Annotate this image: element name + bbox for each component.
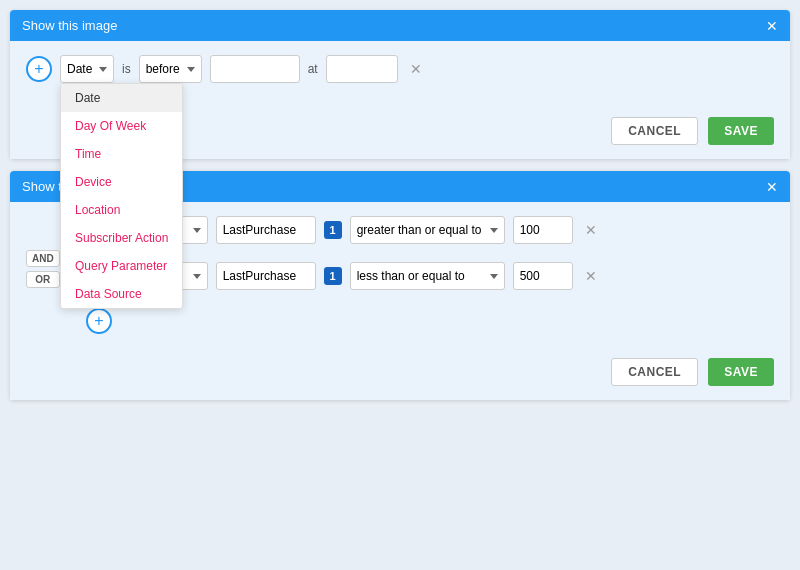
type-select[interactable]: Date [60,55,114,83]
dropdown-item-location[interactable]: Location [61,196,182,224]
value-input-row1[interactable] [513,216,573,244]
remove-condition-button[interactable]: ✕ [406,59,426,79]
param-input-row1[interactable] [216,216,316,244]
logic-connector: AND OR [26,216,64,288]
is-label: is [122,62,131,76]
dropdown-item-query-parameter[interactable]: Query Parameter [61,252,182,280]
panel-1: Show this image ✕ + Date Date Day Of Wee… [10,10,790,159]
panel-1-close-icon[interactable]: ✕ [766,19,778,33]
panel-1-header: Show this image ✕ [10,10,790,41]
dropdown-item-dayofweek[interactable]: Day Of Week [61,112,182,140]
dropdown-item-subscriber-action[interactable]: Subscriber Action [61,224,182,252]
and-button[interactable]: AND [26,250,60,267]
panel-1-title: Show this image [22,18,117,33]
value-input-row2[interactable] [513,262,573,290]
operator-select-row1[interactable]: greater than or equal to less than or eq… [350,216,505,244]
or-button[interactable]: OR [26,271,60,288]
date-input[interactable]: 11/26/2021 [210,55,300,83]
remove-row1-button[interactable]: ✕ [581,220,601,240]
panel-1-save-button[interactable]: SAVE [708,117,774,145]
add-condition-button-2[interactable]: + [86,308,112,334]
condition-row-1: + Date Date Day Of Week Time Device Loca… [26,55,774,83]
badge-row2: 1 [324,267,342,285]
at-label: at [308,62,318,76]
before-select[interactable]: before after on [139,55,202,83]
time-input[interactable]: 12:00 AM [326,55,398,83]
dropdown-item-date[interactable]: Date [61,84,182,112]
type-dropdown-wrapper: Date Date Day Of Week Time Device Locati… [60,55,114,83]
dropdown-item-data-source[interactable]: Data Source [61,280,182,308]
param-input-row2[interactable] [216,262,316,290]
panel-2-footer: CANCEL SAVE [10,348,790,400]
type-dropdown-menu: Date Day Of Week Time Device Location Su… [60,83,183,309]
add-row-wrapper: + [86,308,774,334]
panel-1-body: + Date Date Day Of Week Time Device Loca… [10,41,790,107]
remove-row2-button[interactable]: ✕ [581,266,601,286]
panel-2-save-button[interactable]: SAVE [708,358,774,386]
dropdown-item-time[interactable]: Time [61,140,182,168]
panel-2-close-icon[interactable]: ✕ [766,180,778,194]
dropdown-item-device[interactable]: Device [61,168,182,196]
panel-1-cancel-button[interactable]: CANCEL [611,117,698,145]
operator-select-row2[interactable]: less than or equal to greater than or eq… [350,262,505,290]
panel-2-cancel-button[interactable]: CANCEL [611,358,698,386]
badge-row1: 1 [324,221,342,239]
logic-buttons: AND OR [26,250,60,288]
add-condition-button[interactable]: + [26,56,52,82]
